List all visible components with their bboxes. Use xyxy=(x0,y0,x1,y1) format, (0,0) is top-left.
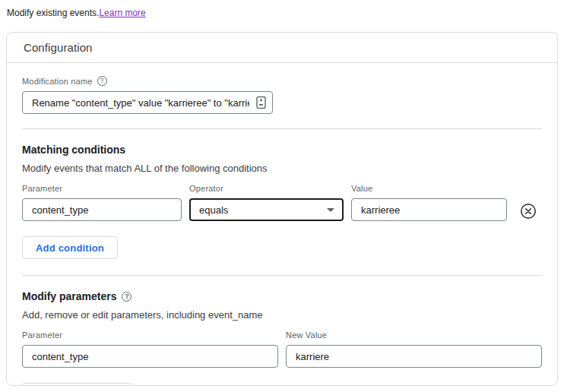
card-body: Modification name ? Matching conditions … xyxy=(7,63,557,386)
section-divider xyxy=(22,275,542,276)
condition-value-field: Value xyxy=(351,184,507,221)
condition-operator-label: Operator xyxy=(189,184,344,193)
condition-value-label: Value xyxy=(351,184,507,193)
chevron-down-icon xyxy=(327,208,334,212)
matching-conditions-heading: Matching conditions xyxy=(22,144,542,156)
condition-parameter-label: Parameter xyxy=(22,184,182,193)
matching-conditions-title: Matching conditions xyxy=(22,144,125,156)
circle-x-icon xyxy=(519,202,537,220)
condition-value-input[interactable] xyxy=(351,198,507,221)
modification-parameter-field: Parameter xyxy=(22,330,278,368)
condition-parameter-field: Parameter xyxy=(22,184,182,221)
modification-new-value-input[interactable] xyxy=(286,345,542,368)
card-title: Configuration xyxy=(24,41,93,54)
help-icon[interactable]: ? xyxy=(97,76,107,86)
section-divider xyxy=(22,128,542,129)
intro-line: Modify existing events.Learn more xyxy=(0,0,564,26)
modification-name-label: Modification name xyxy=(22,77,93,86)
add-modification-button[interactable]: Add modification xyxy=(22,383,132,386)
modify-parameters-description: Add, remove or edit parameters, includin… xyxy=(22,309,542,321)
modification-new-value-label: New Value xyxy=(286,330,542,340)
condition-operator-field: Operator equals xyxy=(189,184,344,221)
modification-name-label-row: Modification name ? xyxy=(22,76,542,86)
modification-name-input[interactable] xyxy=(22,91,273,114)
modification-parameter-label: Parameter xyxy=(22,330,278,340)
help-icon[interactable]: ? xyxy=(122,292,131,302)
modify-parameters-title: Modify parameters xyxy=(22,290,116,302)
matching-conditions-description: Modify events that match ALL of the foll… xyxy=(22,163,542,174)
text-field-indicator-icon xyxy=(256,96,266,109)
configuration-card: Configuration Modification name ? Matchi… xyxy=(6,32,558,386)
learn-more-link[interactable]: Learn more xyxy=(99,8,145,18)
modification-name-field xyxy=(22,91,273,114)
modify-parameters-heading: Modify parameters ? xyxy=(22,290,542,302)
modification-parameter-input[interactable] xyxy=(22,345,278,368)
condition-operator-value: equals xyxy=(199,204,228,216)
card-header: Configuration xyxy=(7,33,557,63)
modification-new-value-field: New Value xyxy=(286,330,542,368)
intro-text: Modify existing events. xyxy=(7,8,99,18)
condition-parameter-input[interactable] xyxy=(22,198,182,221)
add-condition-button[interactable]: Add condition xyxy=(22,236,118,259)
condition-row: Parameter Operator equals Value xyxy=(22,184,542,221)
modification-row: Parameter New Value xyxy=(22,330,542,368)
remove-condition-button[interactable] xyxy=(519,202,537,220)
condition-operator-select[interactable]: equals xyxy=(189,198,344,221)
